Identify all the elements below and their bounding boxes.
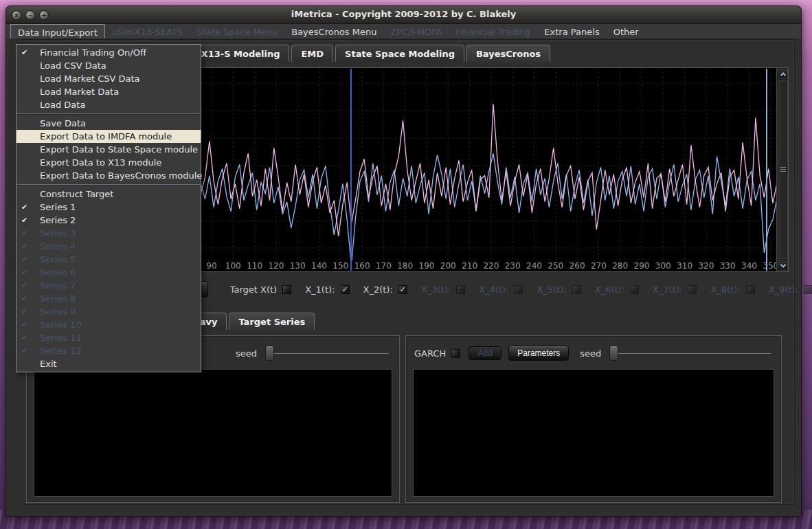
x-tick-label: 230: [505, 261, 521, 271]
checkbox-x-5-t[interactable]: [572, 285, 581, 294]
menu-item-save-data[interactable]: Save Data: [16, 117, 201, 130]
menu-item-series-2[interactable]: ✔Series 2: [16, 214, 201, 227]
menu-item-series-9[interactable]: ✔Series 9: [16, 305, 201, 318]
menu-item-series-3[interactable]: ✔Series 3: [16, 227, 201, 240]
chevron-up-icon: [780, 72, 785, 78]
menubar-item-other[interactable]: Other: [607, 24, 646, 38]
menu-separator: [17, 184, 200, 185]
menu-item-series-4[interactable]: ✔Series 4: [16, 240, 201, 253]
x-tick-label: 180: [397, 261, 413, 271]
menu-item-exit[interactable]: Exit: [16, 357, 201, 370]
title-bar[interactable]: x - + iMetrica - Copyright 2009-2012 by …: [6, 6, 801, 24]
menu-item-export-data-to-x13-module[interactable]: Export Data to X13 module: [16, 156, 201, 169]
target-xt-label: Target X(t): [230, 284, 278, 295]
tab-bayescronos[interactable]: BayesCronos: [466, 45, 550, 62]
x-tick-label: 130: [290, 261, 306, 271]
checkbox-x-9-t[interactable]: [804, 285, 812, 294]
x-tick-label: 300: [655, 261, 671, 271]
label-x-8-t: X_8(t):: [710, 284, 740, 295]
x-tick-label: 280: [612, 261, 628, 271]
x-tick-label: 270: [591, 261, 607, 271]
label-x-7-t: X_7(t):: [653, 284, 682, 295]
tab-target-series[interactable]: Target Series: [229, 313, 315, 330]
left-seed-slider[interactable]: [265, 346, 390, 361]
chart-position-marker-2[interactable]: [766, 69, 767, 271]
x-tick-label: 150: [332, 261, 348, 271]
chart-scrollbar[interactable]: [776, 68, 788, 271]
menu-item-construct-target[interactable]: Construct Target: [16, 188, 201, 201]
checkmark-icon: ✔: [21, 292, 27, 305]
chart-position-marker-1[interactable]: [350, 69, 352, 271]
left-seed-label: seed: [236, 348, 257, 359]
label-x-2-t: X_2(t):: [363, 284, 393, 295]
right-seed-label: seed: [580, 348, 601, 359]
scroll-down-button[interactable]: [778, 260, 788, 271]
menubar-item-bayescronos-menu[interactable]: BayesCronos Menu: [284, 24, 383, 38]
x-tick-label: 100: [225, 261, 241, 271]
slider-thumb[interactable]: [609, 346, 618, 361]
menu-item-load-data[interactable]: Load Data: [16, 98, 201, 111]
checkmark-icon: ✔: [21, 46, 27, 59]
slider-thumb[interactable]: [265, 346, 274, 361]
right-garch-panel: GARCH Add Parameters seed: [405, 335, 782, 503]
menubar-item-financial-trading[interactable]: Financial Trading: [449, 24, 538, 38]
checkbox-x-8-t[interactable]: [746, 285, 755, 294]
chevron-down-icon: [780, 262, 785, 267]
label-x-9-t: X_9(t):: [769, 284, 798, 295]
menu-item-series-6[interactable]: ✔Series 6: [16, 266, 201, 279]
menubar-item-data-input-export[interactable]: Data Input/Export: [10, 24, 105, 38]
x-tick-label: 210: [462, 261, 477, 271]
tab-emd[interactable]: EMD: [291, 45, 333, 62]
garch-checkbox[interactable]: [451, 349, 460, 358]
target-xt-checkbox[interactable]: [282, 285, 291, 294]
menubar-item-zpc-i-mdfa[interactable]: ZPC/I-MDFA: [383, 24, 449, 38]
menu-item-series-5[interactable]: ✔Series 5: [16, 253, 201, 266]
menu-item-export-data-to-imdfa-module[interactable]: Export Data to IMDFA module: [16, 130, 201, 143]
checkmark-icon: ✔: [21, 266, 27, 279]
scrollbar-thumb[interactable]: [778, 80, 788, 259]
menu-item-export-data-to-bayescronos-module[interactable]: Export Data to BayesCronos module: [16, 169, 201, 182]
checkbox-x-7-t[interactable]: [688, 285, 697, 294]
right-display-area: [413, 369, 774, 497]
checkmark-icon: ✔: [21, 279, 27, 292]
checkmark-icon: ✔: [21, 344, 27, 357]
menu-item-series-1[interactable]: ✔Series 1: [16, 201, 201, 214]
menubar-item-usimx13-seats[interactable]: uSimX13-SEATS: [105, 24, 190, 38]
parameters-button[interactable]: Parameters: [508, 346, 569, 361]
menu-item-series-10[interactable]: ✔Series 10: [16, 318, 201, 331]
checkbox-x-1-t[interactable]: ✓: [341, 285, 350, 294]
tab-state-space-modeling[interactable]: State Space Modeling: [335, 45, 464, 62]
menu-item-series-11[interactable]: ✔Series 11: [16, 331, 201, 344]
add-button[interactable]: Add: [469, 346, 501, 360]
checkmark-icon: ✔: [21, 318, 27, 331]
right-seed-slider[interactable]: [609, 346, 771, 361]
menu-item-series-8[interactable]: ✔Series 8: [16, 292, 201, 305]
checkmark-icon: ✔: [21, 201, 27, 214]
scroll-up-button[interactable]: [778, 69, 788, 79]
menu-separator: [17, 113, 200, 115]
menubar-item-state-space-menu[interactable]: State Space Menu: [190, 24, 284, 38]
x-tick-label: 340: [741, 261, 757, 271]
checkbox-x-4-t[interactable]: [514, 285, 523, 294]
left-display-area: [34, 369, 392, 497]
window-title: iMetrica - Copyright 2009-2012 by C. Bla…: [6, 9, 801, 19]
menu-item-series-7[interactable]: ✔Series 7: [16, 279, 201, 292]
checkbox-x-2-t[interactable]: ✓: [398, 285, 407, 294]
menubar-item-extra-panels[interactable]: Extra Panels: [537, 24, 606, 38]
menu-item-financial-trading-on-off[interactable]: ✔Financial Trading On/Off: [16, 46, 201, 59]
label-x-3-t: X_3(t):: [421, 284, 451, 295]
checkbox-x-3-t[interactable]: [456, 285, 465, 294]
checkbox-x-6-t[interactable]: [630, 285, 639, 294]
menu-item-load-csv-data[interactable]: Load CSV Data: [16, 59, 201, 72]
menu-item-export-data-to-state-space-module[interactable]: Export Data to State Space module: [16, 143, 201, 156]
data-input-export-menu: ✔Financial Trading On/OffLoad CSV DataLo…: [16, 44, 201, 372]
garch-label: GARCH: [414, 348, 446, 359]
menu-bar: Data Input/ExportuSimX13-SEATSState Spac…: [6, 24, 801, 39]
menu-item-load-market-data[interactable]: Load Market Data: [16, 85, 201, 98]
menu-item-series-12[interactable]: ✔Series 12: [16, 344, 201, 357]
checkmark-icon: ✔: [21, 305, 27, 318]
checkmark-icon: ✔: [21, 331, 27, 344]
menu-item-load-market-csv-data[interactable]: Load Market CSV Data: [16, 72, 201, 85]
x-tick-label: 260: [569, 261, 585, 271]
x-tick-label: 330: [720, 261, 736, 271]
